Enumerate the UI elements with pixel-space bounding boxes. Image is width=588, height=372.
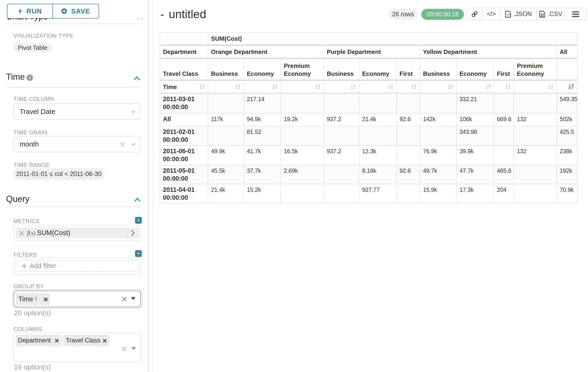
svg-text:</>: </> [506, 13, 511, 17]
